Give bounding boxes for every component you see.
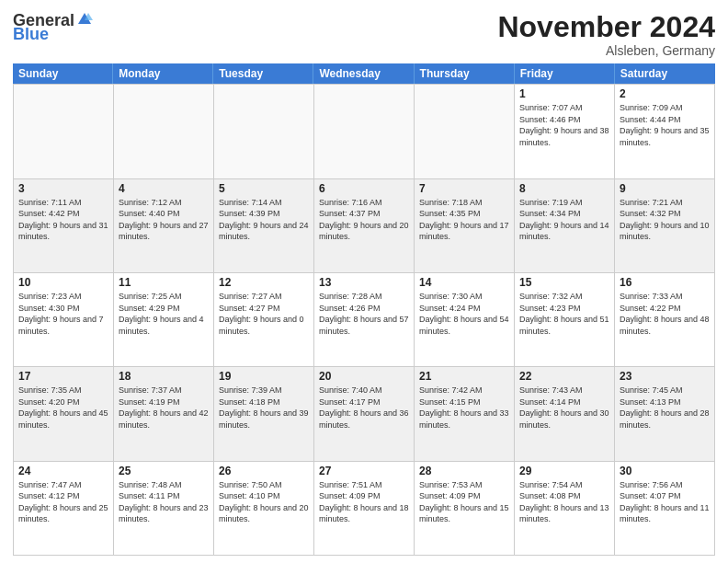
- day-cell-8: 8Sunrise: 7:19 AMSunset: 4:34 PMDaylight…: [515, 179, 615, 273]
- day-info: Sunrise: 7:50 AMSunset: 4:10 PMDaylight:…: [219, 479, 309, 525]
- day-header-sunday: Sunday: [13, 63, 113, 84]
- day-cell-29: 29Sunrise: 7:54 AMSunset: 4:08 PMDayligh…: [515, 462, 615, 556]
- day-number: 25: [119, 465, 209, 477]
- day-cell-10: 10Sunrise: 7:23 AMSunset: 4:30 PMDayligh…: [14, 273, 114, 367]
- day-info: Sunrise: 7:42 AMSunset: 4:15 PMDaylight:…: [419, 385, 509, 431]
- day-number: 6: [319, 182, 409, 195]
- day-number: 9: [620, 182, 710, 195]
- day-info: Sunrise: 7:27 AMSunset: 4:27 PMDaylight:…: [219, 291, 309, 337]
- day-info: Sunrise: 7:28 AMSunset: 4:26 PMDaylight:…: [319, 291, 409, 337]
- day-cell-27: 27Sunrise: 7:51 AMSunset: 4:09 PMDayligh…: [314, 462, 415, 556]
- day-info: Sunrise: 7:37 AMSunset: 4:19 PMDaylight:…: [119, 385, 209, 431]
- day-info: Sunrise: 7:40 AMSunset: 4:17 PMDaylight:…: [319, 385, 409, 431]
- title-section: November 2024 Alsleben, Germany: [497, 11, 715, 58]
- day-info: Sunrise: 7:21 AMSunset: 4:32 PMDaylight:…: [620, 197, 710, 243]
- day-number: 1: [519, 87, 609, 100]
- day-info: Sunrise: 7:25 AMSunset: 4:29 PMDaylight:…: [119, 291, 209, 337]
- day-cell-26: 26Sunrise: 7:50 AMSunset: 4:10 PMDayligh…: [214, 462, 314, 556]
- day-number: 29: [519, 465, 609, 477]
- day-info: Sunrise: 7:32 AMSunset: 4:23 PMDaylight:…: [519, 291, 609, 337]
- day-cell-30: 30Sunrise: 7:56 AMSunset: 4:07 PMDayligh…: [615, 462, 715, 556]
- day-number: 4: [119, 182, 209, 195]
- day-info: Sunrise: 7:51 AMSunset: 4:09 PMDaylight:…: [319, 479, 409, 525]
- day-number: 15: [519, 276, 609, 289]
- day-number: 20: [319, 370, 409, 383]
- day-cell-17: 17Sunrise: 7:35 AMSunset: 4:20 PMDayligh…: [14, 367, 114, 461]
- day-info: Sunrise: 7:07 AMSunset: 4:46 PMDaylight:…: [519, 102, 609, 148]
- day-cell-14: 14Sunrise: 7:30 AMSunset: 4:24 PMDayligh…: [415, 273, 515, 367]
- day-number: 5: [219, 182, 309, 195]
- month-title: November 2024: [497, 11, 715, 43]
- logo: General Blue: [13, 11, 93, 44]
- day-cell-5: 5Sunrise: 7:14 AMSunset: 4:39 PMDaylight…: [214, 179, 314, 273]
- day-number: 24: [18, 465, 108, 477]
- day-info: Sunrise: 7:56 AMSunset: 4:07 PMDaylight:…: [620, 479, 710, 525]
- header: General Blue November 2024 Alsleben, Ger…: [13, 11, 715, 58]
- day-number: 13: [319, 276, 409, 289]
- day-number: 27: [319, 465, 409, 477]
- empty-cell: [415, 85, 515, 178]
- day-info: Sunrise: 7:16 AMSunset: 4:37 PMDaylight:…: [319, 197, 409, 243]
- day-info: Sunrise: 7:47 AMSunset: 4:12 PMDaylight:…: [18, 479, 108, 525]
- calendar: SundayMondayTuesdayWednesdayThursdayFrid…: [13, 63, 715, 556]
- day-number: 16: [620, 276, 710, 289]
- day-number: 26: [219, 465, 309, 477]
- day-cell-2: 2Sunrise: 7:09 AMSunset: 4:44 PMDaylight…: [615, 85, 715, 178]
- day-cell-6: 6Sunrise: 7:16 AMSunset: 4:37 PMDaylight…: [314, 179, 415, 273]
- day-number: 3: [18, 182, 108, 195]
- day-number: 30: [620, 465, 710, 477]
- day-number: 2: [620, 87, 710, 100]
- day-number: 10: [18, 276, 108, 289]
- day-cell-3: 3Sunrise: 7:11 AMSunset: 4:42 PMDaylight…: [14, 179, 114, 273]
- day-cell-25: 25Sunrise: 7:48 AMSunset: 4:11 PMDayligh…: [114, 462, 214, 556]
- day-number: 12: [219, 276, 309, 289]
- day-number: 8: [519, 182, 609, 195]
- day-cell-18: 18Sunrise: 7:37 AMSunset: 4:19 PMDayligh…: [114, 367, 214, 461]
- day-header-tuesday: Tuesday: [213, 63, 313, 84]
- day-number: 11: [119, 276, 209, 289]
- day-cell-22: 22Sunrise: 7:43 AMSunset: 4:14 PMDayligh…: [515, 367, 615, 461]
- day-cell-16: 16Sunrise: 7:33 AMSunset: 4:22 PMDayligh…: [615, 273, 715, 367]
- day-number: 28: [419, 465, 509, 477]
- day-info: Sunrise: 7:39 AMSunset: 4:18 PMDaylight:…: [219, 385, 309, 431]
- day-cell-24: 24Sunrise: 7:47 AMSunset: 4:12 PMDayligh…: [14, 462, 114, 556]
- day-info: Sunrise: 7:09 AMSunset: 4:44 PMDaylight:…: [620, 102, 710, 148]
- day-header-saturday: Saturday: [615, 63, 715, 84]
- day-number: 19: [219, 370, 309, 383]
- empty-cell: [14, 85, 114, 178]
- day-info: Sunrise: 7:19 AMSunset: 4:34 PMDaylight:…: [519, 197, 609, 243]
- day-cell-21: 21Sunrise: 7:42 AMSunset: 4:15 PMDayligh…: [415, 367, 515, 461]
- day-info: Sunrise: 7:35 AMSunset: 4:20 PMDaylight:…: [18, 385, 108, 431]
- day-number: 18: [119, 370, 209, 383]
- calendar-body: 1Sunrise: 7:07 AMSunset: 4:46 PMDaylight…: [13, 84, 715, 556]
- day-info: Sunrise: 7:14 AMSunset: 4:39 PMDaylight:…: [219, 197, 309, 243]
- day-cell-11: 11Sunrise: 7:25 AMSunset: 4:29 PMDayligh…: [114, 273, 214, 367]
- day-info: Sunrise: 7:12 AMSunset: 4:40 PMDaylight:…: [119, 197, 209, 243]
- day-number: 14: [419, 276, 509, 289]
- day-info: Sunrise: 7:23 AMSunset: 4:30 PMDaylight:…: [18, 291, 108, 337]
- day-cell-13: 13Sunrise: 7:28 AMSunset: 4:26 PMDayligh…: [314, 273, 415, 367]
- day-info: Sunrise: 7:30 AMSunset: 4:24 PMDaylight:…: [419, 291, 509, 337]
- day-number: 7: [419, 182, 509, 195]
- day-cell-28: 28Sunrise: 7:53 AMSunset: 4:09 PMDayligh…: [415, 462, 515, 556]
- day-cell-23: 23Sunrise: 7:45 AMSunset: 4:13 PMDayligh…: [615, 367, 715, 461]
- calendar-header: SundayMondayTuesdayWednesdayThursdayFrid…: [13, 63, 715, 84]
- empty-cell: [214, 85, 314, 178]
- day-info: Sunrise: 7:43 AMSunset: 4:14 PMDaylight:…: [519, 385, 609, 431]
- day-info: Sunrise: 7:48 AMSunset: 4:11 PMDaylight:…: [119, 479, 209, 525]
- day-info: Sunrise: 7:33 AMSunset: 4:22 PMDaylight:…: [620, 291, 710, 337]
- empty-cell: [114, 85, 214, 178]
- logo-icon: [76, 11, 93, 28]
- location: Alsleben, Germany: [497, 43, 715, 58]
- day-number: 21: [419, 370, 509, 383]
- day-header-friday: Friday: [515, 63, 615, 84]
- day-cell-1: 1Sunrise: 7:07 AMSunset: 4:46 PMDaylight…: [515, 85, 615, 178]
- day-number: 23: [620, 370, 710, 383]
- day-cell-7: 7Sunrise: 7:18 AMSunset: 4:35 PMDaylight…: [415, 179, 515, 273]
- day-number: 17: [18, 370, 108, 383]
- day-cell-15: 15Sunrise: 7:32 AMSunset: 4:23 PMDayligh…: [515, 273, 615, 367]
- day-info: Sunrise: 7:45 AMSunset: 4:13 PMDaylight:…: [620, 385, 710, 431]
- day-cell-19: 19Sunrise: 7:39 AMSunset: 4:18 PMDayligh…: [214, 367, 314, 461]
- logo-blue: Blue: [13, 25, 49, 44]
- day-cell-4: 4Sunrise: 7:12 AMSunset: 4:40 PMDaylight…: [114, 179, 214, 273]
